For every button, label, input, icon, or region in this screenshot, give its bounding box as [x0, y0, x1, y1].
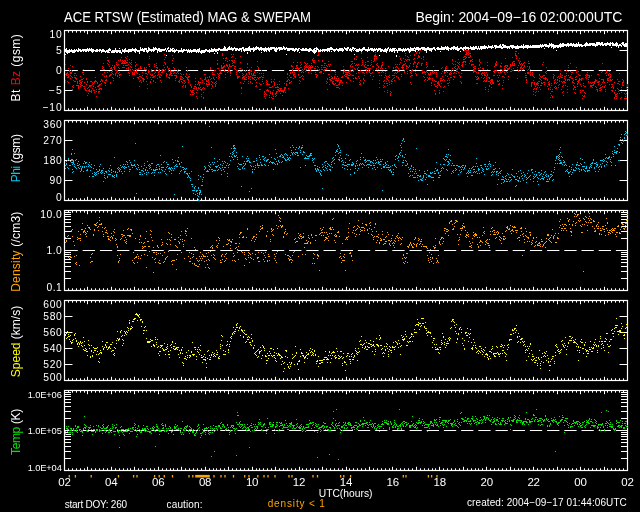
svg-text:180: 180	[43, 155, 62, 166]
svg-text:580: 580	[43, 311, 62, 322]
svg-text:22: 22	[527, 476, 540, 488]
svg-text:Phi (gsm): Phi (gsm)	[9, 134, 23, 182]
svg-text:caution:: caution:	[167, 499, 203, 510]
svg-text:02: 02	[621, 476, 634, 488]
svg-text:16: 16	[387, 476, 400, 488]
svg-text:Density (/cm3): Density (/cm3)	[9, 212, 23, 292]
svg-text:12: 12	[293, 476, 306, 488]
svg-text:density < 1: density < 1	[268, 498, 326, 509]
svg-text:1.0E+06: 1.0E+06	[28, 390, 62, 400]
svg-text:−5: −5	[49, 85, 62, 96]
svg-text:20: 20	[481, 476, 494, 488]
svg-text:start DOY: 260: start DOY: 260	[65, 499, 128, 510]
svg-text:5: 5	[56, 45, 62, 56]
svg-text:500: 500	[43, 372, 62, 383]
svg-text:00: 00	[574, 476, 587, 488]
svg-text:UTC(hours): UTC(hours)	[319, 488, 373, 499]
svg-text:06: 06	[152, 476, 165, 488]
svg-text:ACE RTSW (Estimated) MAG & SWE: ACE RTSW (Estimated) MAG & SWEPAM	[64, 9, 311, 25]
svg-text:1.0: 1.0	[46, 245, 62, 256]
svg-text:10: 10	[246, 476, 259, 488]
svg-text:14: 14	[340, 476, 353, 488]
svg-text:270: 270	[43, 135, 62, 146]
svg-text:560: 560	[43, 327, 62, 338]
svg-text:90: 90	[49, 175, 62, 186]
svg-text:540: 540	[43, 343, 62, 354]
svg-text:0: 0	[56, 192, 62, 203]
svg-text:10: 10	[49, 29, 62, 40]
svg-text:0: 0	[56, 65, 62, 76]
svg-text:10.0: 10.0	[40, 209, 62, 220]
svg-text:02: 02	[58, 476, 71, 488]
svg-text:Begin: 2004−09−16 02:00:00UTC: Begin: 2004−09−16 02:00:00UTC	[415, 9, 622, 25]
svg-text:Bt Bz (gsm): Bt Bz (gsm)	[9, 34, 23, 101]
svg-text:18: 18	[434, 476, 447, 488]
svg-text:360: 360	[43, 119, 62, 130]
svg-text:600: 600	[43, 299, 62, 310]
svg-text:−10: −10	[42, 102, 62, 113]
svg-text:04: 04	[105, 476, 118, 488]
svg-text:08: 08	[199, 476, 212, 488]
svg-text:Speed (km/s): Speed (km/s)	[9, 306, 23, 377]
svg-text:1.0E+05: 1.0E+05	[28, 426, 62, 436]
svg-text:Temp (K): Temp (K)	[9, 409, 23, 455]
svg-text:created: 2004−09−17 01:44:06UT: created: 2004−09−17 01:44:06UTC	[467, 497, 627, 508]
svg-text:1.0E+04: 1.0E+04	[28, 463, 62, 473]
svg-text:520: 520	[43, 359, 62, 370]
svg-text:0.1: 0.1	[46, 282, 62, 293]
